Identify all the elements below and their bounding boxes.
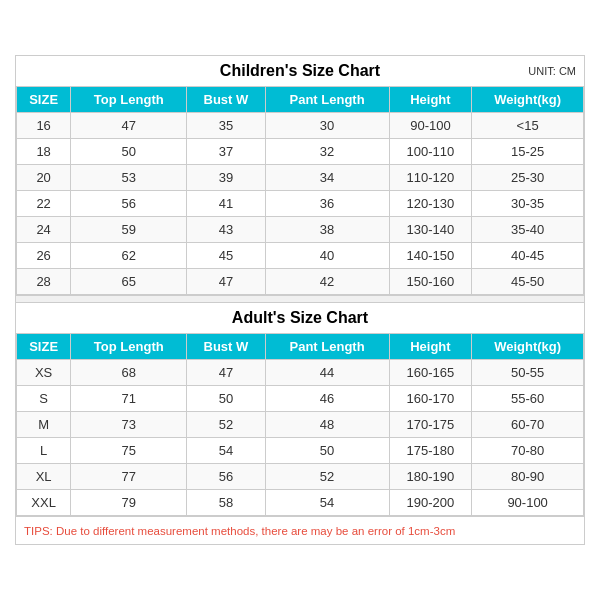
children-col-size: SIZE: [17, 87, 71, 113]
adults-col-top-length: Top Length: [71, 334, 187, 360]
children-col-weight: Weight(kg): [472, 87, 584, 113]
adults-col-pant-length: Pant Length: [265, 334, 389, 360]
table-row: S715046160-17055-60: [17, 386, 584, 412]
adults-header-row: SIZE Top Length Bust W Pant Length Heigh…: [17, 334, 584, 360]
table-row: 18503732100-11015-25: [17, 139, 584, 165]
adults-title-row: Adult's Size Chart: [16, 303, 584, 333]
children-table-header: SIZE Top Length Bust W Pant Length Heigh…: [17, 87, 584, 113]
table-row: XXL795854190-20090-100: [17, 490, 584, 516]
children-col-top-length: Top Length: [71, 87, 187, 113]
table-row: 24594338130-14035-40: [17, 217, 584, 243]
children-title: Children's Size Chart: [220, 62, 380, 79]
table-row: 1647353090-100<15: [17, 113, 584, 139]
table-row: M735248170-17560-70: [17, 412, 584, 438]
adults-table: SIZE Top Length Bust W Pant Length Heigh…: [16, 333, 584, 516]
children-title-row: Children's Size Chart UNIT: CM: [16, 56, 584, 86]
table-row: 28654742150-16045-50: [17, 269, 584, 295]
table-row: XS684744160-16550-55: [17, 360, 584, 386]
adults-table-header: SIZE Top Length Bust W Pant Length Heigh…: [17, 334, 584, 360]
adults-title: Adult's Size Chart: [232, 309, 368, 326]
adults-col-weight: Weight(kg): [472, 334, 584, 360]
section-divider: [16, 295, 584, 303]
tips-text: TIPS: Due to different measurement metho…: [24, 525, 455, 537]
adults-table-body: XS684744160-16550-55S715046160-17055-60M…: [17, 360, 584, 516]
children-col-pant-length: Pant Length: [265, 87, 389, 113]
table-row: XL775652180-19080-90: [17, 464, 584, 490]
size-chart-container: Children's Size Chart UNIT: CM SIZE Top …: [15, 55, 585, 545]
adults-col-height: Height: [389, 334, 472, 360]
adults-col-bust-w: Bust W: [187, 334, 265, 360]
children-header-row: SIZE Top Length Bust W Pant Length Heigh…: [17, 87, 584, 113]
adults-col-size: SIZE: [17, 334, 71, 360]
children-col-bust-w: Bust W: [187, 87, 265, 113]
children-table: SIZE Top Length Bust W Pant Length Heigh…: [16, 86, 584, 295]
tips-row: TIPS: Due to different measurement metho…: [16, 516, 584, 544]
unit-label: UNIT: CM: [528, 65, 576, 77]
children-table-body: 1647353090-100<1518503732100-11015-25205…: [17, 113, 584, 295]
children-col-height: Height: [389, 87, 472, 113]
table-row: 26624540140-15040-45: [17, 243, 584, 269]
table-row: 20533934110-12025-30: [17, 165, 584, 191]
table-row: L755450175-18070-80: [17, 438, 584, 464]
table-row: 22564136120-13030-35: [17, 191, 584, 217]
